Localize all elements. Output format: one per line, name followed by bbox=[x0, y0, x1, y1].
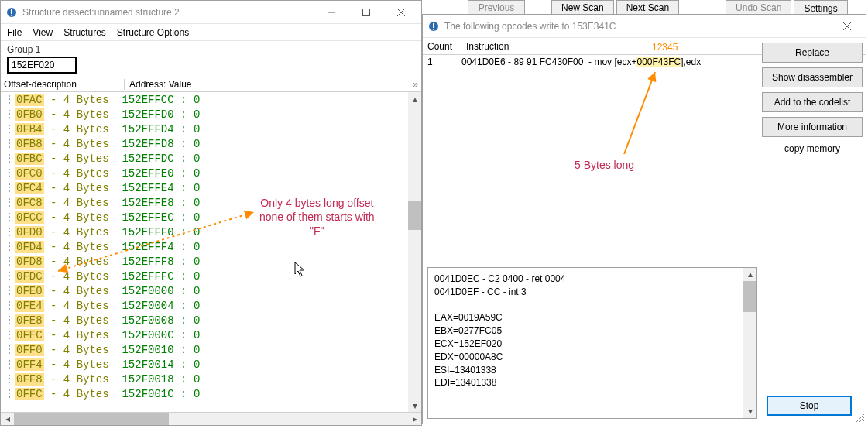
structure-row[interactable]: ⋮0FC0 - 4 Bytes 152EFFE0 : 0 bbox=[4, 166, 405, 180]
annotation-12345: 12345 bbox=[652, 42, 678, 53]
horizontal-scrollbar[interactable]: ◂ ▸ bbox=[1, 412, 421, 425]
scroll-down-icon[interactable]: ▾ bbox=[408, 399, 421, 412]
base-address-input[interactable] bbox=[7, 57, 77, 74]
structure-row[interactable]: ⋮0FDC - 4 Bytes 152EFFFC : 0 bbox=[4, 269, 405, 283]
structure-row[interactable]: ⋮0FC4 - 4 Bytes 152EFFE4 : 0 bbox=[4, 180, 405, 195]
maximize-button[interactable] bbox=[348, 2, 383, 23]
col-count[interactable]: Count bbox=[423, 41, 461, 52]
disasm-line: EBX=0277FC05 bbox=[434, 324, 750, 338]
add-codelist-button[interactable]: Add to the codelist bbox=[762, 92, 863, 112]
menu-structure-options[interactable]: Structure Options bbox=[117, 27, 189, 38]
disassembly-panel[interactable]: 0041D0EC - C2 0400 - ret 00040041D0EF - … bbox=[427, 267, 757, 419]
close-button[interactable] bbox=[832, 15, 863, 37]
show-disassembler-button[interactable]: Show disassembler bbox=[762, 67, 863, 87]
structure-row[interactable]: ⋮0FD8 - 4 Bytes 152EFFF8 : 0 bbox=[4, 254, 405, 269]
svg-rect-8 bbox=[433, 23, 434, 28]
svg-point-9 bbox=[433, 29, 434, 30]
columns-header: Offset-description Address: Value» bbox=[1, 77, 421, 92]
more-info-button[interactable]: More information bbox=[762, 117, 863, 137]
scroll-down-icon[interactable]: ▾ bbox=[743, 405, 756, 418]
svg-line-15 bbox=[863, 420, 864, 422]
svg-line-12 bbox=[624, 72, 655, 154]
structure-row[interactable]: ⋮0FF8 - 4 Bytes 152F0018 : 0 bbox=[4, 372, 405, 386]
menu-structures[interactable]: Structures bbox=[63, 27, 106, 38]
disasm-line: ESI=13401338 bbox=[434, 364, 750, 377]
titlebar[interactable]: Structure dissect:unnamed structure 2 bbox=[1, 1, 421, 24]
expander-icon[interactable]: » bbox=[413, 79, 418, 90]
disasm-line: EDX=00000A8C bbox=[434, 351, 750, 364]
scroll-up-icon[interactable]: ▴ bbox=[408, 92, 421, 105]
structure-row[interactable]: ⋮0FE8 - 4 Bytes 152F0008 : 0 bbox=[4, 313, 405, 328]
structure-row[interactable]: ⋮0FD4 - 4 Bytes 152EFFF4 : 0 bbox=[4, 239, 405, 254]
vertical-scrollbar[interactable]: ▴ ▾ bbox=[408, 92, 421, 412]
disasm-line: 0041D0EC - C2 0400 - ret 0004 bbox=[434, 273, 750, 286]
stop-button[interactable]: Stop bbox=[767, 396, 852, 416]
scroll-left-icon[interactable]: ◂ bbox=[1, 413, 14, 425]
replace-button[interactable]: Replace bbox=[762, 43, 863, 63]
right-button-panel: Replace Show disassembler Add to the cod… bbox=[762, 43, 863, 154]
structure-row[interactable]: ⋮0FBC - 4 Bytes 152EFFDC : 0 bbox=[4, 151, 405, 166]
titlebar[interactable]: The following opcodes write to 153E341C bbox=[423, 15, 866, 38]
svg-rect-1 bbox=[11, 9, 12, 14]
structure-row[interactable]: ⋮0FF4 - 4 Bytes 152F0014 : 0 bbox=[4, 357, 405, 372]
tab-undo-scan[interactable]: Undo Scan bbox=[726, 0, 791, 15]
structure-row[interactable]: ⋮0FFC - 4 Bytes 152F001C : 0 bbox=[4, 386, 405, 401]
copy-memory-label[interactable]: copy memory bbox=[762, 143, 863, 154]
menubar: File View Structures Structure Options bbox=[1, 24, 421, 41]
menu-view[interactable]: View bbox=[33, 27, 53, 38]
scroll-thumb[interactable] bbox=[743, 281, 756, 312]
offset-highlight: 000F43FC bbox=[636, 57, 681, 67]
scroll-right-icon[interactable]: ▸ bbox=[408, 413, 421, 425]
col-address-label[interactable]: Address: Value» bbox=[125, 79, 421, 90]
scroll-thumb[interactable] bbox=[408, 201, 421, 230]
disasm-line: ECX=152EF020 bbox=[434, 338, 750, 351]
structure-row[interactable]: ⋮0FB0 - 4 Bytes 152EFFD0 : 0 bbox=[4, 107, 405, 122]
scroll-up-icon[interactable]: ▴ bbox=[743, 268, 756, 281]
annotation-5bytes: 5 Bytes long bbox=[575, 159, 634, 171]
structure-row[interactable]: ⋮0FB8 - 4 Bytes 152EFFD8 : 0 bbox=[4, 136, 405, 151]
tab-next-scan[interactable]: Next Scan bbox=[616, 0, 679, 15]
disasm-line: EAX=0019A59C bbox=[434, 311, 750, 324]
col-offset-label[interactable]: Offset-description bbox=[1, 79, 125, 90]
structure-list[interactable]: ⋮0FAC - 4 Bytes 152EFFCC : 0⋮0FB0 - 4 By… bbox=[1, 92, 408, 412]
svg-point-2 bbox=[11, 15, 12, 16]
structure-row[interactable]: ⋮0FF0 - 4 Bytes 152F0010 : 0 bbox=[4, 342, 405, 357]
structure-row[interactable]: ⋮0FE0 - 4 Bytes 152F0000 : 0 bbox=[4, 283, 405, 298]
svg-rect-4 bbox=[362, 9, 369, 15]
opcode-writer-window: The following opcodes write to 153E341C … bbox=[422, 14, 866, 424]
disasm-line: EDI=13401338 bbox=[434, 376, 750, 389]
resize-grip-icon[interactable] bbox=[855, 413, 864, 422]
minimize-button[interactable] bbox=[314, 2, 348, 23]
disasm-line: 0041D0EF - CC - int 3 bbox=[434, 286, 750, 299]
app-icon bbox=[427, 20, 440, 33]
structure-row[interactable]: ⋮0FB4 - 4 Bytes 152EFFD4 : 0 bbox=[4, 122, 405, 136]
disasm-line bbox=[434, 299, 750, 312]
structure-row[interactable]: ⋮0FAC - 4 Bytes 152EFFCC : 0 bbox=[4, 92, 405, 107]
tab-new-scan[interactable]: New Scan bbox=[551, 0, 614, 15]
menu-file[interactable]: File bbox=[7, 27, 22, 38]
hscroll-thumb[interactable] bbox=[14, 413, 169, 425]
window-title: Structure dissect:unnamed structure 2 bbox=[22, 7, 314, 18]
window-title: The following opcodes write to 153E341C bbox=[444, 21, 832, 32]
group-label: Group 1 bbox=[1, 41, 421, 57]
tab-previous[interactable]: Previous bbox=[468, 0, 525, 15]
close-button[interactable] bbox=[383, 2, 418, 23]
tab-settings[interactable]: Settings bbox=[794, 0, 847, 15]
annotation-4bytes: Only 4 bytes long offset none of them st… bbox=[259, 196, 375, 238]
structure-row[interactable]: ⋮0FEC - 4 Bytes 152F000C : 0 bbox=[4, 328, 405, 342]
vertical-scrollbar[interactable]: ▴ ▾ bbox=[743, 268, 756, 418]
structure-row[interactable]: ⋮0FE4 - 4 Bytes 152F0004 : 0 bbox=[4, 298, 405, 313]
app-icon bbox=[5, 6, 18, 19]
